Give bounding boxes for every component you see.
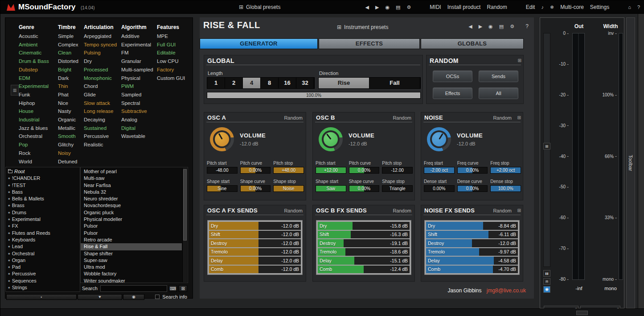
preset-item[interactable]: Novachordesque	[81, 202, 182, 209]
preset-item[interactable]: Pulsor	[81, 223, 182, 229]
search-input[interactable]	[100, 285, 167, 292]
filter-item[interactable]: Phat	[58, 91, 84, 99]
fx-send-slider[interactable]: Tremolo -12.0 dB	[209, 248, 301, 256]
param-value-box[interactable]: -48.00	[207, 167, 238, 174]
filter-item[interactable]: Noisy	[58, 149, 84, 158]
menu-random[interactable]: Random	[487, 4, 507, 10]
length-option[interactable]: 1	[207, 78, 225, 88]
filter-item[interactable]: Cinematic	[19, 49, 58, 57]
filter-item[interactable]: Realistic	[84, 141, 121, 149]
scrollbar-thumb[interactable]	[183, 169, 187, 241]
filter-item[interactable]: Distorted	[58, 57, 84, 66]
global-presets-button[interactable]: ⊞ Global presets	[239, 4, 280, 10]
filter-item[interactable]: Granular	[121, 57, 157, 66]
filter-item[interactable]: Experimental	[121, 41, 157, 49]
instrument-presets-button[interactable]: ⊞ Instrument presets	[337, 24, 388, 30]
param-value-box[interactable]: Triangle	[382, 185, 413, 192]
filter-item[interactable]: Spectral	[121, 99, 157, 108]
filter-item[interactable]: Organic	[58, 116, 84, 124]
resize-grip[interactable]	[576, 311, 588, 315]
filter-item[interactable]: Dubstep	[19, 66, 58, 74]
filter-item[interactable]: Chord	[84, 82, 121, 91]
filter-item[interactable]: Slow attack	[84, 99, 121, 108]
tree-item[interactable]: ◆ Bass	[6, 189, 80, 195]
filter-item[interactable]: Metallic	[58, 124, 84, 133]
tree-item[interactable]: ◆ !TEST	[6, 182, 80, 189]
fx-send-slider[interactable]: Delay -12.0 dB	[209, 257, 301, 265]
filter-item[interactable]: Nasty	[58, 107, 84, 116]
home-icon[interactable]: ⌂	[628, 4, 631, 10]
menu-install-product[interactable]: Install product	[447, 4, 481, 10]
random-target-button[interactable]: Effects	[433, 87, 472, 99]
filter-item[interactable]: FM	[121, 49, 157, 57]
param-value-box[interactable]: 0.00%	[349, 185, 380, 192]
browser-collapse-tab[interactable]: ▥	[11, 85, 19, 96]
filter-item[interactable]: Physical	[121, 74, 157, 83]
browser-options-button[interactable]: ▪	[6, 294, 77, 300]
preset-item[interactable]: Mother of pearl	[81, 168, 182, 175]
preset-item[interactable]: Organic pluck	[81, 209, 182, 216]
fx-send-slider[interactable]: Comb -4.70 dB	[426, 266, 518, 274]
randomize-link[interactable]: Random	[284, 115, 303, 121]
filter-item[interactable]: World	[19, 158, 58, 166]
preset-item[interactable]: Multi-saw	[81, 175, 182, 182]
filter-item[interactable]: Funk	[19, 91, 58, 99]
filter-item[interactable]: MPE	[157, 32, 192, 41]
gear-icon[interactable]: ⚙	[510, 24, 514, 29]
save-icon[interactable]: ▤	[396, 4, 400, 10]
position-slider[interactable]: 100.0%	[207, 92, 421, 99]
preset-item[interactable]: Neuro shredder	[81, 195, 182, 202]
filter-item[interactable]: Thin	[58, 82, 84, 91]
length-option[interactable]: 16	[279, 78, 296, 88]
randomize-link[interactable]: Random	[284, 208, 303, 213]
filter-item[interactable]: Ambient	[19, 41, 58, 49]
meter-power-button[interactable]: ◉	[543, 286, 550, 293]
fx-send-slider[interactable]: Dry -12.0 dB	[209, 222, 301, 230]
filter-item[interactable]: Dark	[58, 74, 84, 83]
freeze-icon[interactable]: ❄	[550, 4, 554, 10]
param-value-box[interactable]: Sine	[207, 185, 238, 192]
tree-item[interactable]: ◆ Pad	[6, 264, 80, 270]
fx-send-slider[interactable]: Comb -12.4 dB	[318, 266, 410, 274]
grid-icon[interactable]: ⊞	[518, 58, 521, 63]
filter-item[interactable]: Editable	[157, 49, 192, 57]
filter-item[interactable]: Nice	[58, 99, 84, 108]
preview-button[interactable]: ◉	[123, 294, 144, 300]
meter-mode-button[interactable]: ▤	[543, 278, 550, 285]
tree-item-root[interactable]: Root	[6, 168, 80, 175]
tree-item[interactable]: ◆ FX	[6, 223, 80, 229]
param-value-box[interactable]: 0.00%	[240, 167, 271, 174]
param-value-box[interactable]: -2.00 oct	[424, 167, 455, 174]
filter-item[interactable]: Detuned	[58, 158, 84, 166]
tree-item[interactable]: ◆ Keyboards	[6, 237, 80, 243]
filter-item[interactable]: Acoustic	[19, 32, 58, 41]
tree-item[interactable]: ◆ Strings	[6, 284, 80, 291]
favorites-button[interactable]: ♥	[78, 294, 122, 300]
tree-item[interactable]: ◆ !CHANDLER	[6, 175, 80, 182]
param-value-box[interactable]: +48.00	[273, 167, 304, 174]
param-value-box[interactable]: Noise	[273, 185, 304, 192]
forward-icon[interactable]: ▶	[375, 4, 379, 10]
speaker-icon[interactable]: ♪	[541, 4, 544, 10]
toolbar-collapsed-strip[interactable]: Toolbar	[626, 17, 635, 308]
meter-settings-button[interactable]: ▦	[543, 143, 550, 150]
fx-send-slider[interactable]: Shift -12.0 dB	[209, 231, 301, 239]
param-value-box[interactable]: 0.00%	[457, 185, 488, 192]
grid-icon[interactable]: ⊞	[517, 115, 521, 120]
filter-item[interactable]: Jazz & blues	[19, 124, 58, 133]
volume-knob[interactable]	[319, 127, 343, 151]
meter-side-track[interactable]	[543, 33, 550, 267]
tree-item[interactable]: ◆ Experimental	[6, 216, 80, 223]
random-target-button[interactable]: All	[479, 87, 518, 99]
filter-item[interactable]: Tempo synced	[84, 41, 121, 49]
filter-item[interactable]: Processed	[84, 66, 121, 74]
length-option[interactable]: 4	[243, 78, 261, 88]
filter-item[interactable]: Factory	[157, 66, 192, 74]
filter-item[interactable]: Rock	[19, 149, 58, 158]
back-icon[interactable]: ◀	[468, 24, 472, 29]
volume-knob[interactable]	[210, 127, 234, 151]
filter-item[interactable]: Subtractive	[121, 107, 157, 116]
onscreen-keyboard-button[interactable]: ⌨	[169, 285, 177, 292]
forward-icon[interactable]: ▶	[479, 24, 482, 29]
filter-item[interactable]: Low CPU	[157, 57, 192, 66]
